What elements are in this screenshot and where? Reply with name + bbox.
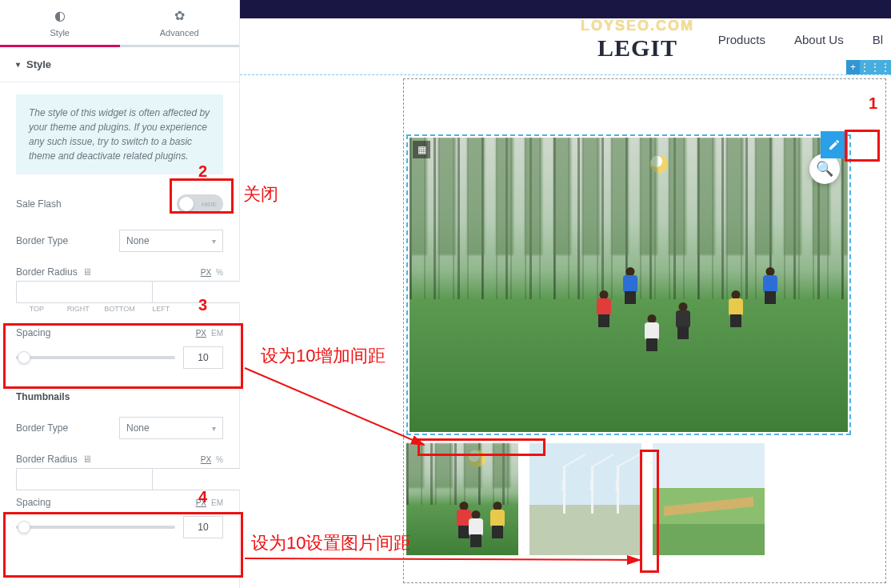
thumb-spacing-slider-thumb[interactable] — [18, 521, 30, 534]
section-style-title: Style — [26, 58, 51, 70]
tab-style-label: Style — [50, 28, 70, 38]
spacing-slider[interactable] — [16, 356, 175, 359]
section-style-header[interactable]: ▾ Style — [0, 47, 239, 82]
thumb-border-type-value: None — [126, 422, 150, 434]
sale-flash-row: Sale Flash HIDE — [0, 186, 239, 222]
grip-icon[interactable]: ⋮⋮⋮ — [860, 60, 891, 74]
half-circle-icon: ◐ — [0, 8, 120, 23]
tab-advanced-label: Advanced — [160, 28, 199, 38]
sale-flash-toggle[interactable]: HIDE — [177, 194, 223, 214]
unit-pct[interactable]: % — [216, 268, 223, 277]
thumbnail-2[interactable] — [529, 443, 641, 555]
spacing-label: Spacing — [16, 327, 50, 338]
main-product-image[interactable]: ▦ 🔍 — [406, 134, 851, 435]
nav-products[interactable]: Products — [718, 33, 765, 46]
thumb-unit-pct[interactable]: % — [216, 455, 223, 464]
caret-down-icon: ▾ — [16, 60, 20, 69]
tab-advanced[interactable]: ✿ Advanced — [120, 0, 240, 45]
desktop-icon[interactable]: 🖥 — [82, 454, 92, 465]
thumb-border-radius-header: Border Radius 🖥 PX % — [0, 447, 239, 468]
thumb-border-radius-inputs: ⇆ — [0, 468, 239, 490]
spacing-slider-thumb[interactable] — [18, 351, 30, 364]
tab-style[interactable]: ◐ Style — [0, 0, 120, 47]
sale-flash-label: Sale Flash — [16, 198, 169, 210]
unit-px[interactable]: PX — [201, 268, 211, 277]
thumbnail-3[interactable] — [653, 443, 765, 555]
radius-label-top: TOP — [16, 305, 58, 313]
panel-tabs: ◐ Style ✿ Advanced — [0, 0, 239, 47]
thumb-spacing-label: Spacing — [16, 497, 50, 508]
thumb-border-type-label: Border Type — [16, 422, 111, 434]
spacing-control: Spacing PX EM — [0, 321, 239, 378]
thumbnail-row — [406, 443, 765, 555]
gear-icon: ✿ — [120, 8, 240, 23]
radius-label-bottom: BOTTOM — [99, 305, 141, 313]
thumb-spacing-unit-em[interactable]: EM — [211, 498, 223, 507]
border-type-select[interactable]: None ▾ — [119, 230, 223, 252]
thumb-border-radius-label: Border Radius — [16, 454, 78, 465]
border-type-label: Border Type — [16, 235, 111, 246]
watermark-text: LOYSEO.COM — [384, 18, 891, 34]
style-notice: The style of this widget is often affect… — [16, 94, 223, 174]
border-type-row: Border Type None ▾ — [0, 222, 239, 260]
thumb-radius-top-input[interactable] — [16, 468, 152, 490]
section-add-handle[interactable]: + ⋮⋮⋮ — [846, 60, 891, 74]
desktop-icon[interactable]: 🖥 — [82, 266, 92, 278]
editor-area: ▦ 🔍 — [240, 74, 891, 588]
border-type-value: None — [126, 235, 150, 246]
thumb-spacing-unit-px[interactable]: PX — [196, 498, 206, 507]
chevron-down-icon: ▾ — [212, 424, 216, 433]
thumb-spacing-control: Spacing PX EM — [0, 490, 239, 548]
thumb-border-type-select[interactable]: None ▾ — [119, 417, 223, 439]
radius-label-right: RIGHT — [58, 305, 99, 313]
site-header: LOYSEO.COM LEGIT Products About Us Bl — [240, 18, 891, 60]
nav-about[interactable]: About Us — [794, 33, 844, 46]
thumb-spacing-slider[interactable] — [16, 526, 175, 529]
thumb-unit-px[interactable]: PX — [201, 455, 211, 464]
radius-top-input[interactable] — [16, 281, 152, 303]
border-radius-label: Border Radius — [16, 266, 78, 278]
spacing-unit-em[interactable]: EM — [211, 329, 223, 338]
preview-canvas: LOYSEO.COM LEGIT Products About Us Bl + … — [240, 0, 891, 588]
radius-labels: TOP RIGHT BOTTOM LEFT — [0, 303, 239, 321]
border-radius-header: Border Radius 🖥 PX % — [0, 260, 239, 281]
drag-handle-icon[interactable]: ▦ — [413, 141, 430, 158]
sale-flash-toggle-state: HIDE — [202, 201, 217, 208]
thumb-border-type-row: Border Type None ▾ — [0, 409, 239, 447]
radius-label-left: LEFT — [140, 305, 182, 313]
chevron-down-icon: ▾ — [212, 237, 216, 246]
spacing-input[interactable] — [183, 346, 223, 369]
edit-widget-button[interactable] — [821, 131, 848, 158]
product-images-widget[interactable]: ▦ 🔍 — [406, 134, 883, 580]
thumbnails-title: Thumbnails — [0, 378, 239, 409]
plus-icon[interactable]: + — [846, 60, 860, 74]
site-nav: Products About Us Bl — [718, 33, 883, 46]
editor-sidebar: ◐ Style ✿ Advanced ▾ Style The style of … — [0, 0, 240, 588]
border-radius-inputs: ⇆ — [0, 281, 239, 303]
nav-blog[interactable]: Bl — [873, 33, 883, 46]
site-topbar — [240, 0, 891, 18]
spacing-unit-px[interactable]: PX — [196, 329, 206, 338]
thumb-spacing-input[interactable] — [183, 516, 223, 538]
thumbnail-1[interactable] — [406, 443, 518, 555]
